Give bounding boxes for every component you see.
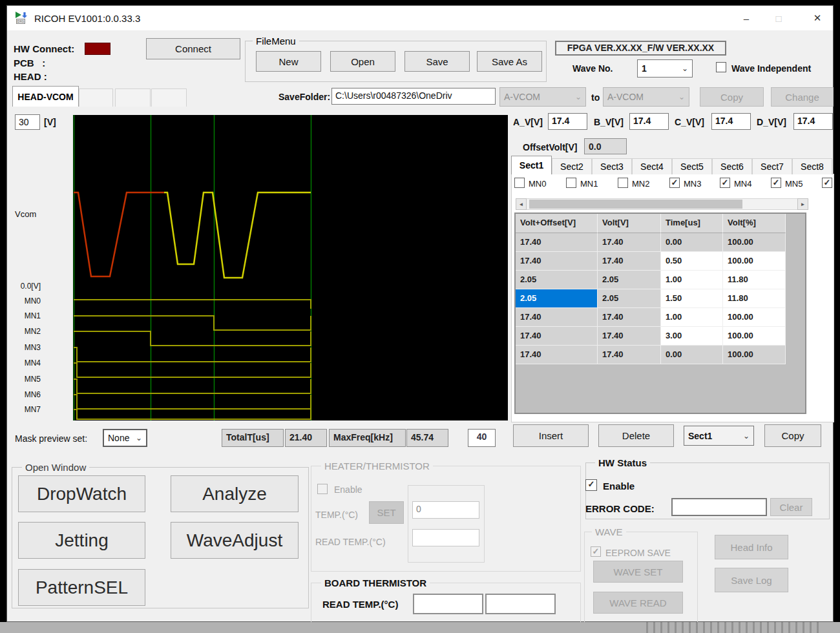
table-cell[interactable]: 2.05 xyxy=(516,271,598,289)
table-cell[interactable]: 0.00 xyxy=(661,346,723,364)
offset-volt-value: 0.0 xyxy=(589,141,601,152)
tab-sect2[interactable]: Sect2 xyxy=(552,158,592,174)
mn5-checkbox[interactable] xyxy=(771,178,781,188)
vcom-copy-button[interactable]: Copy xyxy=(700,87,764,107)
tab-sect8[interactable]: Sect8 xyxy=(792,158,832,174)
vcom-from-select[interactable]: A-VCOM ⌄ xyxy=(499,87,586,107)
heater-temp-input[interactable]: 0 xyxy=(412,501,479,519)
mn3-check-label: MN3 xyxy=(684,179,701,189)
table-cell[interactable]: 17.40 xyxy=(516,233,598,252)
tab-head-vcom[interactable]: HEAD-VCOM xyxy=(12,86,79,107)
col-header[interactable]: Volt+Offset[V] xyxy=(516,214,598,233)
mask-preview-select[interactable]: None ⌄ xyxy=(103,429,147,447)
table-cell[interactable]: 100.00 xyxy=(723,233,786,252)
col-header[interactable]: Volt[V] xyxy=(598,214,661,233)
table-cell[interactable]: 0.00 xyxy=(661,233,723,252)
hw-status-enable-checkbox[interactable] xyxy=(585,479,597,491)
mn-scrollbar[interactable]: ◄ ► xyxy=(516,198,808,210)
table-cell[interactable]: 100.00 xyxy=(723,346,786,364)
scroll-left-icon[interactable]: ◄ xyxy=(516,198,527,210)
table-cell[interactable]: 2.05 xyxy=(598,271,661,289)
col-header[interactable]: Time[us] xyxy=(661,214,723,233)
close-button[interactable]: ✕ xyxy=(803,10,832,26)
table-cell[interactable]: 17.40 xyxy=(598,233,661,252)
table-cell[interactable]: 17.40 xyxy=(598,308,661,327)
analyze-button[interactable]: Analyze xyxy=(171,475,299,512)
new-button[interactable]: New xyxy=(256,51,321,72)
save-button[interactable]: Save xyxy=(404,51,470,72)
hw-connect-label: HW Connect: xyxy=(14,43,74,54)
table-cell[interactable]: 1.00 xyxy=(661,308,723,327)
minimize-button[interactable]: – xyxy=(732,10,761,26)
change-button[interactable]: Change xyxy=(771,87,834,107)
mn2-checkbox[interactable] xyxy=(618,178,628,188)
head-info-button[interactable]: Head Info xyxy=(715,535,788,559)
table-cell[interactable]: 17.40 xyxy=(516,346,598,364)
table-cell[interactable]: 11.80 xyxy=(723,289,786,308)
a-v-input[interactable]: 17.4 xyxy=(548,113,587,130)
savefolder-field[interactable]: C:\Users\r00487326\OneDriv xyxy=(331,88,496,105)
tab-sect3[interactable]: Sect3 xyxy=(592,158,632,174)
maximize-button[interactable]: □ xyxy=(764,10,793,26)
scrollbar-thumb[interactable] xyxy=(529,200,742,209)
table-cell[interactable]: 17.40 xyxy=(516,327,598,346)
table-cell[interactable]: 1.00 xyxy=(661,271,723,289)
table-cell-selected[interactable]: 2.05 xyxy=(516,289,598,308)
dropwatch-button[interactable]: DropWatch xyxy=(18,475,145,512)
mn4-checkbox[interactable] xyxy=(720,178,730,188)
c-v-input[interactable]: 17.4 xyxy=(711,113,751,130)
table-cell[interactable]: 17.40 xyxy=(598,252,661,271)
heater-enable-checkbox[interactable] xyxy=(317,484,328,494)
table-cell[interactable]: 0.50 xyxy=(661,252,723,271)
tab-stub-2[interactable] xyxy=(115,88,151,107)
vcom-to-select[interactable]: A-VCOM ⌄ xyxy=(603,87,689,107)
tab-sect5[interactable]: Sect5 xyxy=(672,158,712,174)
mn1-checkbox[interactable] xyxy=(566,178,576,188)
sect-copy-select[interactable]: Sect1 ⌄ xyxy=(684,426,754,446)
wave-independent-checkbox[interactable] xyxy=(716,62,726,72)
table-cell[interactable]: 11.80 xyxy=(723,271,786,289)
tab-sect6[interactable]: Sect6 xyxy=(712,158,752,174)
save-as-button[interactable]: Save As xyxy=(477,51,542,72)
scale-max-input[interactable]: 30 xyxy=(15,114,40,130)
error-code-field[interactable] xyxy=(671,498,767,516)
copy-button[interactable]: Copy xyxy=(764,424,821,447)
clear-button[interactable]: Clear xyxy=(770,498,812,516)
wave-set-button[interactable]: WAVE SET xyxy=(593,561,683,583)
open-button[interactable]: Open xyxy=(330,51,395,72)
table-cell[interactable]: 1.50 xyxy=(661,289,723,308)
table-cell[interactable]: 2.05 xyxy=(598,289,661,308)
eeprom-save-checkbox[interactable] xyxy=(591,546,601,557)
connect-button[interactable]: Connect xyxy=(146,38,240,59)
b-v-input[interactable]: 17.4 xyxy=(629,113,669,130)
mn3-checkbox[interactable] xyxy=(669,178,680,188)
extra-value-input[interactable]: 40 xyxy=(468,429,496,447)
wave-read-button[interactable]: WAVE READ xyxy=(593,592,683,614)
table-cell[interactable]: 3.00 xyxy=(661,327,723,346)
tab-stub-1[interactable] xyxy=(79,88,113,107)
table-cell[interactable]: 100.00 xyxy=(723,308,786,327)
table-cell[interactable]: 17.40 xyxy=(598,327,661,346)
table-cell[interactable]: 17.40 xyxy=(516,308,598,327)
d-v-input[interactable]: 17.4 xyxy=(793,113,833,130)
mn0-checkbox[interactable] xyxy=(514,178,525,188)
waveadjust-button[interactable]: WaveAdjust xyxy=(171,522,299,559)
table-cell[interactable]: 100.00 xyxy=(723,327,786,346)
table-cell[interactable]: 17.40 xyxy=(516,252,598,271)
patternsel-button[interactable]: PatternSEL xyxy=(18,569,145,606)
heater-set-button[interactable]: SET xyxy=(369,501,404,524)
jetting-button[interactable]: Jetting xyxy=(18,522,145,559)
tab-sect1[interactable]: Sect1 xyxy=(511,156,552,174)
scroll-right-icon[interactable]: ► xyxy=(797,198,808,210)
table-cell[interactable]: 100.00 xyxy=(723,252,786,271)
save-log-button[interactable]: Save Log xyxy=(715,568,788,592)
tab-sect4[interactable]: Sect4 xyxy=(632,158,672,174)
mn6-checkbox[interactable] xyxy=(822,178,832,188)
col-header[interactable]: Volt[%] xyxy=(723,214,786,233)
delete-button[interactable]: Delete xyxy=(598,424,674,447)
tab-stub-3[interactable] xyxy=(151,88,187,107)
table-cell[interactable]: 17.40 xyxy=(598,346,661,364)
wave-no-select[interactable]: 1 ⌄ xyxy=(637,59,693,78)
tab-sect7[interactable]: Sect7 xyxy=(752,158,792,174)
insert-button[interactable]: Insert xyxy=(513,424,589,447)
